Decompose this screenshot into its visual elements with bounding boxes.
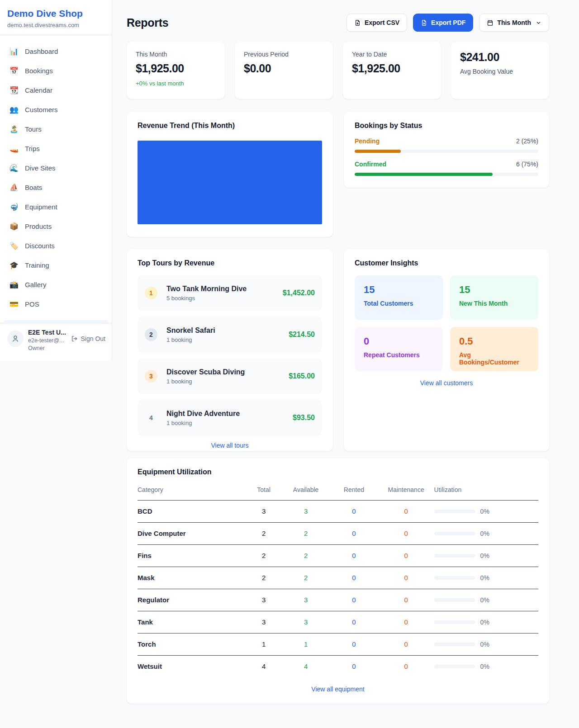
cell-category: Torch [138,633,246,656]
shop-subdomain: demo.test.divestreams.com [7,22,104,28]
table-row: BCD 3 3 0 0 0% [138,501,538,523]
utilization-percent: 0% [480,508,489,515]
sidebar-item-training[interactable]: 🎓Training [4,257,108,273]
stat-card-avg-booking-value: $241.00 Avg Booking Value [451,42,549,99]
table-row: Dive Computer 2 2 0 0 0% [138,523,538,545]
sidebar-item-pos[interactable]: 💳POS [4,296,108,312]
bookings-by-status-card: Bookings by Status Pending 2 (25%) Confi… [344,112,549,188]
sign-out-button[interactable]: Sign Out [71,335,105,342]
avatar [7,331,24,347]
cell-available: 4 [282,656,330,678]
sidebar-item-products[interactable]: 📦Products [4,218,108,234]
cell-category: Mask [138,567,246,589]
cell-total: 3 [246,589,282,611]
tile-avg-bookings-customer: 0.5 Avg Bookings/Customer [450,327,538,371]
sidebar-item-reports-active-partial[interactable] [4,320,108,322]
utilization-bar [434,620,475,624]
cell-maintenance: 0 [378,611,434,633]
equipment-icon: 🤿 [9,203,19,211]
chevron-down-icon [536,20,541,26]
cell-rented: 0 [330,545,378,567]
stat-label: Year to Date [352,51,432,58]
sidebar-item-dashboard[interactable]: 📊Dashboard [4,43,108,59]
tile-label: Total Customers [364,300,434,307]
column-header-total: Total [246,482,282,501]
dashboard-icon: 📊 [9,47,19,56]
cell-category: BCD [138,501,246,523]
sidebar-nav: 📊Dashboard 📅Bookings 📆Calendar 👥Customer… [0,35,112,312]
equipment-utilization-card: Equipment Utilization Category Total Ava… [127,458,549,704]
utilization-percent: 0% [480,552,489,559]
user-meta: E2E Test U... e2e-tester@... Owner [28,329,69,361]
export-csv-button[interactable]: Export CSV [346,14,407,32]
status-count: 2 (25%) [516,137,538,145]
sidebar-item-label: Gallery [25,281,47,288]
table-row: Regulator 3 3 0 0 0% [138,589,538,611]
stat-card-previous-period: Previous Period $0.00 [235,42,333,99]
utilization-percent: 0% [480,596,489,604]
cell-category: Regulator [138,589,246,611]
table-row: Torch 1 1 0 0 0% [138,633,538,656]
sidebar-item-label: Dashboard [25,47,58,55]
sidebar-item-bookings[interactable]: 📅Bookings [4,63,108,79]
sidebar-item-label: Customers [25,106,58,113]
tour-bookings: 5 bookings [166,295,247,302]
sidebar-item-equipment[interactable]: 🤿Equipment [4,199,108,215]
file-download-icon [421,19,427,26]
utilization-bar [434,532,475,535]
sidebar: Demo Dive Shop demo.test.divestreams.com… [0,0,112,361]
stat-label: This Month [136,51,216,58]
stat-value: $1,925.00 [136,62,216,75]
sidebar-item-dive-sites[interactable]: 🌊Dive Sites [4,160,108,176]
sidebar-item-boats[interactable]: ⛵Boats [4,180,108,195]
calendar-icon: 📆 [9,86,19,95]
tour-bookings: 1 booking [166,336,215,343]
stat-label: Previous Period [244,51,324,58]
period-selector[interactable]: This Month [479,14,549,32]
equipment-table: Category Total Available Rented Maintena… [138,482,538,677]
utilization-percent: 0% [480,619,489,626]
equipment-utilization-title: Equipment Utilization [138,468,538,476]
view-all-customers-link[interactable]: View all customers [355,379,538,387]
cell-available: 2 [282,523,330,545]
tour-amount: $93.50 [293,414,315,422]
utilization-bar [434,643,475,646]
sidebar-item-discounts[interactable]: 🏷️Discounts [4,238,108,254]
view-all-equipment-link[interactable]: View all equipment [138,685,538,693]
boats-icon: ⛵ [9,183,19,192]
dive-sites-icon: 🌊 [9,164,19,172]
cell-category: Tank [138,611,246,633]
shop-title: Demo Dive Shop [7,8,104,19]
sidebar-item-customers[interactable]: 👥Customers [4,102,108,118]
table-row: Tank 3 3 0 0 0% [138,611,538,633]
pos-icon: 💳 [9,300,19,308]
cell-maintenance: 0 [378,656,434,678]
sidebar-item-trips[interactable]: 🚤Trips [4,141,108,156]
column-header-utilization: Utilization [434,482,538,501]
sidebar-item-gallery[interactable]: 📸Gallery [4,277,108,293]
utilization-bar [434,554,475,558]
revenue-trend-card: Revenue Trend (This Month) [127,112,333,237]
cell-available: 1 [282,633,330,656]
sidebar-item-label: Tours [25,125,42,133]
tour-row: 1 Two Tank Morning Dive5 bookings $1,452… [138,275,322,311]
cell-rented: 0 [330,501,378,523]
tours-icon: 🏝️ [9,125,19,133]
cell-maintenance: 0 [378,545,434,567]
top-tours-card: Top Tours by Revenue 1 Two Tank Morning … [127,249,333,451]
revenue-trend-chart [138,141,322,224]
tour-amount: $214.50 [289,331,315,339]
stat-value: $241.00 [460,51,540,64]
tile-repeat-customers: 0 Repeat Customers [355,327,443,371]
utilization-percent: 0% [480,663,489,670]
sidebar-item-label: Equipment [25,203,57,211]
cell-maintenance: 0 [378,589,434,611]
sidebar-item-tours[interactable]: 🏝️Tours [4,121,108,137]
export-pdf-button[interactable]: Export PDF [413,14,473,32]
training-icon: 🎓 [9,261,19,269]
tour-name: Two Tank Morning Dive [166,285,247,293]
tile-new-this-month: 15 New This Month [450,275,538,320]
view-all-tours-link[interactable]: View all tours [138,442,322,449]
progress-bar-track [355,150,538,153]
sidebar-item-calendar[interactable]: 📆Calendar [4,82,108,98]
